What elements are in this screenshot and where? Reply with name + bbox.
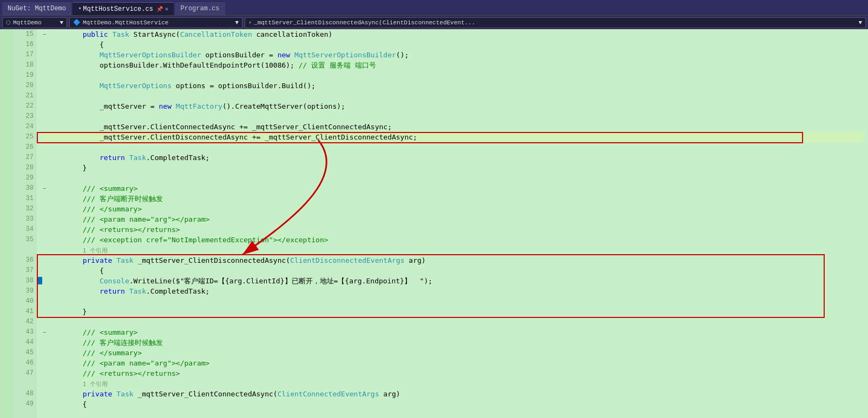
- code-text: {: [49, 399, 87, 409]
- class-dropdown-label: MqttDemo.MqttHostService: [83, 19, 168, 26]
- code-text: /// <returns></returns>: [49, 368, 180, 379]
- line-number: 25: [13, 132, 34, 142]
- tab-pin-icon[interactable]: 📌: [156, 6, 163, 12]
- fold-icon[interactable]: −: [41, 327, 48, 337]
- code-text: MqttServerOptions options = optionsBuild…: [49, 81, 315, 91]
- line-number: 22: [13, 101, 34, 111]
- code-content: − public Task StartAsync(CancellationTok…: [37, 29, 868, 418]
- code-text: [49, 173, 83, 183]
- line-number: 43: [13, 327, 34, 337]
- line-numbers: 1516171819202122232425262728293031323334…: [13, 29, 37, 418]
- line-number: 27: [13, 152, 34, 163]
- code-text: MqttServerOptionsBuilder optionsBuilder …: [49, 50, 409, 60]
- line-number-ref: [13, 379, 34, 389]
- code-text: [49, 91, 100, 101]
- project-dropdown[interactable]: ⬡ MqttDemo ▼: [2, 17, 67, 28]
- code-line: Console.WriteLine($"客户端ID=【{arg.ClientId…: [41, 276, 864, 286]
- line-number: 16: [13, 39, 34, 50]
- code-line: /// 客户端断开时候触发: [41, 194, 864, 204]
- line-number: 34: [13, 224, 34, 235]
- line-number: 32: [13, 204, 34, 214]
- class-dropdown[interactable]: 🔷 MqttDemo.MqttHostService ▼: [69, 17, 242, 28]
- fold-icon[interactable]: −: [41, 29, 48, 39]
- line-number: 40: [13, 296, 34, 307]
- code-text: /// <returns></returns>: [49, 224, 180, 235]
- code-line: [41, 91, 864, 101]
- line-number: 47: [13, 368, 34, 379]
- code-line: /// </summary>: [41, 348, 864, 358]
- line-number: 48: [13, 389, 34, 399]
- line-number: 49: [13, 399, 34, 409]
- code-line: optionsBuilder.WithDefaultEndpointPort(1…: [41, 60, 864, 70]
- code-text: {: [49, 266, 104, 276]
- code-line: /// <exception cref="NotImplementedExcep…: [41, 235, 864, 245]
- member-dropdown[interactable]: ⚡ _mqttServer_ClientDisconnectedAsync(Cl…: [245, 17, 866, 28]
- project-icon: ⬡: [6, 19, 11, 26]
- code-text: [49, 317, 83, 327]
- code-line: /// <param name="arg"></param>: [41, 358, 864, 368]
- tab-mqtthostservice[interactable]: • MqttHostService.cs 📌 ✕: [73, 2, 174, 15]
- code-text: [49, 142, 100, 152]
- code-line: /// <param name="arg"></param>: [41, 214, 864, 224]
- line-number-ref: [13, 245, 34, 255]
- code-text: _mqttServer = new MqttFactory().CreateMq…: [49, 101, 345, 111]
- line-number: 36: [13, 255, 34, 266]
- code-line: return Task.CompletedTask;: [41, 286, 864, 296]
- line-number: 24: [13, 122, 34, 132]
- tab-nuget[interactable]: NuGet: MqttDemo: [2, 2, 71, 15]
- code-text: [49, 70, 100, 81]
- code-text: private Task _mqttServer_ClientConnected…: [49, 389, 400, 399]
- code-line: − public Task StartAsync(CancellationTok…: [41, 29, 864, 39]
- project-dropdown-arrow: ▼: [60, 19, 63, 26]
- member-dropdown-label: _mqttServer_ClientDisconnectedAsync(Clie…: [254, 19, 475, 26]
- line-number: 26: [13, 142, 34, 152]
- line-number: 44: [13, 337, 34, 348]
- line-number: 17: [13, 50, 34, 60]
- code-text: }: [49, 163, 87, 173]
- line-number: 28: [13, 163, 34, 173]
- code-line: /// </summary>: [41, 204, 864, 214]
- member-icon: ⚡: [248, 19, 252, 26]
- code-text: /// 客户端断开时候触发: [49, 194, 163, 204]
- breakpoint-indicator: [38, 277, 42, 284]
- code-line: private Task _mqttServer_ClientDisconnec…: [41, 255, 864, 266]
- code-line: MqttServerOptions options = optionsBuild…: [41, 81, 864, 91]
- nav-bar: ⬡ MqttDemo ▼ 🔷 MqttDemo.MqttHostService …: [0, 15, 868, 29]
- class-icon: 🔷: [73, 19, 81, 26]
- code-line: /// 客户端连接时候触发: [41, 337, 864, 348]
- code-text: /// <param name="arg"></param>: [49, 358, 209, 368]
- fold-icon[interactable]: −: [41, 183, 48, 194]
- code-text: /// <param name="arg"></param>: [49, 214, 209, 224]
- code-text: 1 个引用: [49, 379, 108, 389]
- code-line: _mqttServer = new MqttFactory().CreateMq…: [41, 101, 864, 111]
- line-number: 39: [13, 286, 34, 296]
- line-number: 33: [13, 214, 34, 224]
- code-line: /// <returns></returns>: [41, 368, 864, 379]
- program-tab-label: Program.cs: [180, 5, 219, 12]
- code-text: /// <exception cref="NotImplementedExcep…: [49, 235, 328, 245]
- code-line: }: [41, 163, 864, 173]
- tab-program[interactable]: Program.cs: [175, 2, 225, 15]
- tab-close-icon[interactable]: ✕: [165, 5, 169, 12]
- code-text: private Task _mqttServer_ClientDisconnec…: [49, 255, 426, 266]
- code-line: }: [41, 307, 864, 317]
- code-text: public Task StartAsync(CancellationToken…: [49, 29, 332, 39]
- line-number: 15: [13, 29, 34, 39]
- code-line: − /// <summary>: [41, 183, 864, 194]
- line-number: 37: [13, 266, 34, 276]
- code-text: {: [49, 39, 104, 50]
- gutter: [0, 29, 13, 418]
- line-number: 19: [13, 70, 34, 81]
- code-area: 1516171819202122232425262728293031323334…: [0, 29, 868, 418]
- code-text: 1 个引用: [49, 245, 108, 256]
- code-line: [41, 317, 864, 327]
- code-text: _mqttServer.ClientConnectedAsync += _mqt…: [49, 122, 392, 132]
- line-number: 35: [13, 235, 34, 245]
- main-tab-label: MqttHostService.cs: [83, 5, 153, 13]
- modified-indicator: •: [78, 5, 82, 13]
- code-line: _mqttServer.ClientDisconnectedAsync += _…: [41, 132, 864, 142]
- line-number: 41: [13, 307, 34, 317]
- line-number: 29: [13, 173, 34, 183]
- member-dropdown-arrow: ▼: [858, 19, 862, 26]
- line-number: 46: [13, 358, 34, 368]
